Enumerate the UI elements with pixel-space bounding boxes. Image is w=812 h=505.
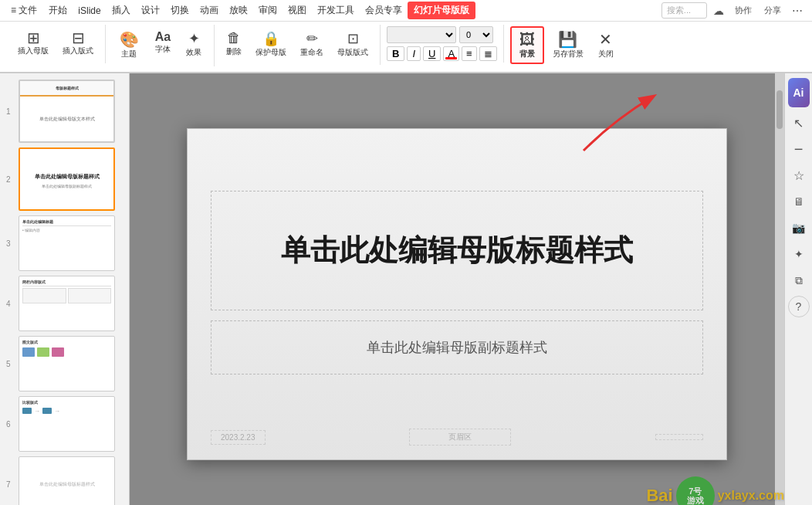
menu-insert[interactable]: 插入	[107, 2, 136, 19]
underline-btn[interactable]: U	[423, 46, 441, 61]
list2-btn[interactable]: ≣	[479, 46, 497, 61]
canvas-scrollbar[interactable]	[775, 73, 784, 505]
footer-right	[655, 434, 703, 440]
more-btn[interactable]: ⋯	[787, 3, 807, 19]
background-label: 背景	[519, 49, 535, 59]
slide-num-7: 7	[6, 480, 11, 489]
menu-member[interactable]: 会员专享	[360, 2, 408, 19]
slide-thumb-3[interactable]: 3 单击此处编辑标题 • 编辑内容	[19, 215, 115, 271]
layers-icon[interactable]: ⧉	[788, 269, 810, 291]
slide-thumb-4[interactable]: 4 两栏内容版式	[19, 276, 115, 331]
main-area: 1 母版标题样式 单击此处编辑母版文本样式 2 单击此处编辑母版标题样式 单击此…	[0, 73, 812, 505]
minus-icon[interactable]: −	[788, 138, 810, 160]
help-icon[interactable]: ?	[788, 296, 810, 317]
menu-dev[interactable]: 开发工具	[312, 2, 360, 19]
delete-label: 删除	[226, 46, 242, 57]
ribbon-group-theme: 🎨 主题 Aa 字体 ✦ 效果	[106, 25, 215, 66]
menu-play[interactable]: 放映	[224, 2, 253, 19]
font-name-select[interactable]	[387, 26, 456, 43]
menu-master[interactable]: 幻灯片母版版	[408, 2, 475, 19]
slide-num-6: 6	[6, 420, 11, 429]
menu-start[interactable]: 开始	[43, 2, 73, 19]
delete-icon: 🗑	[227, 30, 241, 46]
font-theme-label: 字体	[155, 44, 171, 55]
save-background-btn[interactable]: 💾 另存背景	[547, 26, 589, 64]
ribbon-group-edit: 🗑 删除 🔒 保护母版 ✏ 重命名 ⊡ 母版版式	[215, 25, 381, 65]
menu-switch[interactable]: 切换	[165, 2, 195, 19]
slide-main-title: 单击此处编辑母版标题样式	[281, 233, 633, 269]
insert-layout-btn[interactable]: ⊟ 插入版式	[57, 26, 99, 60]
footer-date: 2023.2.23	[211, 430, 266, 445]
rename-btn[interactable]: ✏ 重命名	[295, 26, 329, 62]
footer-page: 页眉区	[409, 429, 511, 446]
background-btn[interactable]: 🖼 背景	[510, 26, 544, 64]
canvas-area: 单击此处编辑母版标题样式 单击此处编辑母版副标题样式 2023.2.23 页眉区	[130, 73, 784, 505]
menu-design[interactable]: 设计	[136, 2, 165, 19]
close-label: 关闭	[598, 49, 614, 59]
theme-icon: 🎨	[120, 30, 139, 49]
menu-view[interactable]: 视图	[283, 2, 312, 19]
search-box[interactable]: 搜索...	[661, 2, 707, 19]
ai-btn[interactable]: Ai	[788, 78, 810, 107]
protect-btn[interactable]: 🔒 保护母版	[250, 26, 292, 62]
effect-label: 效果	[186, 47, 201, 58]
slide-thumb[interactable]: 1 母版标题样式 单击此处编辑母版文本样式	[19, 80, 115, 143]
insert-master-label: 插入母版	[18, 46, 49, 56]
ribbon-group-insert: ⊞ 插入母版 ⊟ 插入版式	[6, 25, 106, 63]
master-view-icon: ⊡	[347, 30, 359, 47]
protect-icon: 🔒	[262, 30, 279, 47]
insert-master-icon: ⊞	[27, 30, 40, 46]
star-icon[interactable]: ☆	[788, 164, 810, 186]
italic-btn[interactable]: I	[407, 46, 421, 61]
slide-canvas: 单击此处编辑母版标题样式 单击此处编辑母版副标题样式 2023.2.23 页眉区	[187, 128, 727, 460]
menu-review[interactable]: 审阅	[253, 2, 283, 19]
close-icon: ✕	[599, 30, 612, 49]
bold-btn[interactable]: B	[387, 46, 404, 61]
slide-num-4: 4	[6, 300, 11, 308]
star2-icon[interactable]: ✦	[788, 243, 810, 265]
font-color-btn[interactable]: A	[443, 46, 459, 61]
ribbon-group-format: 0 B I U A ≡ ≣	[381, 25, 504, 63]
master-view-btn[interactable]: ⊡ 母版版式	[332, 26, 374, 62]
font-theme-btn[interactable]: Aa 字体	[149, 26, 177, 63]
slide-panel: 1 母版标题样式 单击此处编辑母版文本样式 2 单击此处编辑母版标题样式 单击此…	[0, 73, 130, 505]
slide-thumb-5[interactable]: 5 图文版式	[19, 336, 115, 391]
insert-layout-icon: ⊟	[72, 30, 85, 46]
theme-btn[interactable]: 🎨 主题	[112, 26, 146, 63]
effect-icon: ✦	[188, 30, 200, 47]
monitor-icon[interactable]: 🖥	[788, 191, 810, 212]
slide-footer: 2023.2.23 页眉区	[211, 429, 703, 446]
slide-num-2: 2	[6, 175, 11, 184]
insert-master-btn[interactable]: ⊞ 插入母版	[12, 26, 54, 60]
save-bg-label: 另存背景	[553, 49, 584, 59]
slide-title-area[interactable]: 单击此处编辑母版标题样式	[211, 191, 703, 310]
background-icon: 🖼	[519, 31, 535, 49]
effect-btn[interactable]: ✦ 效果	[180, 26, 208, 63]
slide-subtitle-area[interactable]: 单击此处编辑母版副标题样式	[211, 320, 703, 375]
slide-thumb-active[interactable]: 2 单击此处编辑母版标题样式 单击此处编辑母版副标题样式	[19, 147, 115, 211]
slide-num-5: 5	[6, 360, 11, 368]
cursor-icon[interactable]: ↖	[788, 112, 810, 134]
font-size-select[interactable]: 0	[459, 26, 493, 43]
slide-thumb-7[interactable]: 7 单击此处编辑母版标题样式	[19, 456, 115, 505]
menu-islide[interactable]: iSlide	[73, 3, 106, 19]
slide-num: 1	[6, 107, 11, 116]
insert-layout-label: 插入版式	[63, 46, 93, 56]
file-menu[interactable]: ≡ 文件	[5, 2, 43, 19]
close-master-btn[interactable]: ✕ 关闭	[592, 26, 620, 64]
ribbon-group-background: 🖼 背景 💾 另存背景 ✕ 关闭	[504, 25, 626, 67]
slide-thumb-6[interactable]: 6 比较版式 → →	[19, 396, 115, 452]
collab-btn[interactable]: 协作	[729, 3, 758, 18]
ribbon: ⊞ 插入母版 ⊟ 插入版式 🎨 主题 Aa 字体 ✦ 效果	[0, 22, 812, 73]
list1-btn[interactable]: ≡	[462, 46, 477, 61]
cloud-icon: ☁	[713, 5, 724, 17]
share-btn[interactable]: 分享	[758, 3, 787, 18]
title-bar: ≡ 文件 开始 iSlide 插入 设计 切换 动画 放映 审阅 视图 开发工具…	[0, 0, 812, 22]
theme-label: 主题	[121, 49, 137, 59]
menu-animate[interactable]: 动画	[195, 2, 224, 19]
slide-subtitle: 单击此处编辑母版副标题样式	[367, 338, 547, 357]
delete-btn[interactable]: 🗑 删除	[221, 26, 247, 62]
camera-icon[interactable]: 📷	[788, 217, 810, 239]
rename-icon: ✏	[306, 30, 318, 47]
slide-num-3: 3	[6, 239, 11, 248]
